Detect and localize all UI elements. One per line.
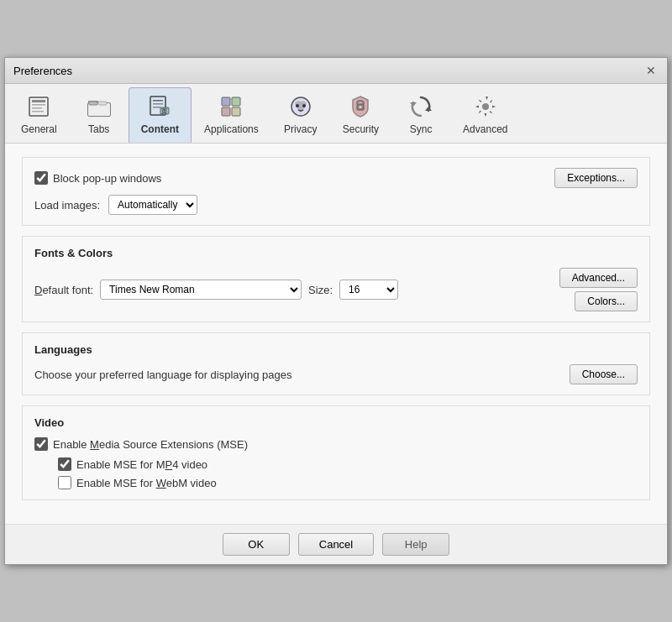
toolbar: General Tabs	[5, 84, 667, 144]
mp4-checkbox[interactable]	[58, 457, 71, 471]
svg-point-22	[302, 104, 306, 107]
tab-tabs[interactable]: Tabs	[70, 87, 129, 143]
fonts-colors-section: Fonts & Colors Default font: Times New R…	[22, 236, 650, 322]
mse-label[interactable]: Enable Media Source Extensions (MSE)	[34, 437, 638, 451]
svg-rect-8	[89, 102, 97, 105]
svg-rect-13	[153, 107, 160, 108]
languages-row: Choose your preferred language for displ…	[34, 364, 638, 384]
sync-icon	[407, 93, 434, 120]
fonts-colors-title: Fonts & Colors	[34, 247, 638, 259]
footer: OK Cancel Help	[5, 524, 667, 564]
languages-title: Languages	[34, 343, 638, 356]
mse-row: Enable Media Source Extensions (MSE)	[34, 437, 638, 451]
mse-text: Enable Media Source Extensions (MSE)	[53, 438, 248, 451]
svg-rect-19	[232, 107, 240, 116]
block-popup-label[interactable]: Block pop-up windows	[34, 171, 548, 185]
webm-text: Enable MSE for WebM video	[76, 477, 217, 489]
svg-rect-2	[32, 104, 45, 106]
font-select[interactable]: Times New Roman Arial Helvetica Verdana	[100, 280, 302, 300]
advanced-icon	[472, 93, 499, 120]
tab-sync[interactable]: Sync	[391, 87, 450, 143]
close-button[interactable]: ✕	[643, 63, 659, 78]
svg-marker-25	[425, 107, 432, 111]
block-popup-checkbox[interactable]	[34, 171, 48, 185]
tabs-icon	[86, 93, 113, 120]
default-font-label-rest: efault font:	[42, 284, 93, 296]
tab-advanced-label: Advanced	[463, 123, 507, 135]
tab-applications[interactable]: Applications	[192, 87, 271, 143]
colors-button[interactable]: Colors...	[575, 291, 638, 311]
size-select[interactable]: 8 9 10 11 12 14 16 18 20 24	[339, 280, 398, 300]
mp4-text: Enable MSE for MP4 video	[76, 458, 207, 471]
ok-button[interactable]: OK	[223, 533, 290, 556]
privacy-icon	[287, 93, 314, 120]
svg-rect-11	[153, 100, 163, 102]
window-title: Preferences	[13, 65, 72, 77]
svg-point-27	[482, 103, 489, 110]
applications-icon	[218, 93, 244, 120]
svg-rect-9	[98, 102, 107, 105]
svg-rect-16	[222, 97, 230, 106]
svg-rect-12	[153, 103, 163, 105]
default-font-label: Default font:	[34, 284, 93, 296]
content-icon: 页	[146, 93, 173, 120]
choose-button[interactable]: Choose...	[570, 364, 638, 384]
preferences-window: Preferences ✕ General	[4, 57, 668, 565]
svg-rect-18	[222, 107, 230, 116]
tab-tabs-label: Tabs	[88, 123, 109, 135]
svg-rect-3	[32, 107, 42, 109]
video-title: Video	[34, 416, 638, 429]
load-images-select[interactable]: Automatically Always Never	[108, 195, 197, 215]
general-icon	[25, 93, 52, 120]
size-label: Size:	[308, 284, 333, 296]
languages-section: Languages Choose your preferred language…	[22, 332, 650, 395]
tab-advanced[interactable]: Advanced	[450, 87, 520, 143]
font-button-group: Advanced... Colors...	[559, 268, 638, 311]
cancel-button[interactable]: Cancel	[298, 533, 374, 556]
block-popup-text: Block pop-up windows	[53, 172, 161, 185]
exceptions-button[interactable]: Exceptions...	[554, 168, 638, 188]
popup-images-section: Block pop-up windows Exceptions... Load …	[22, 157, 650, 226]
tab-general[interactable]: General	[8, 87, 70, 143]
block-popup-row: Block pop-up windows Exceptions...	[34, 168, 638, 188]
svg-rect-17	[232, 97, 240, 106]
load-images-label: Load images:	[34, 199, 100, 212]
tab-security-label: Security	[343, 123, 379, 135]
font-advanced-button[interactable]: Advanced...	[559, 268, 638, 288]
load-images-row: Load images: Automatically Always Never	[34, 195, 638, 215]
video-section: Video Enable Media Source Extensions (MS…	[22, 405, 650, 500]
mp4-row: Enable MSE for MP4 video	[58, 457, 638, 471]
svg-point-24	[360, 106, 362, 108]
content-area: Block pop-up windows Exceptions... Load …	[5, 144, 667, 524]
languages-description: Choose your preferred language for displ…	[34, 368, 570, 381]
webm-row: Enable MSE for WebM video	[58, 476, 638, 489]
mse-checkbox[interactable]	[34, 437, 48, 451]
tab-privacy-label: Privacy	[284, 123, 317, 135]
fonts-row: Default font: Times New Roman Arial Helv…	[34, 268, 638, 311]
tab-security[interactable]: Security	[330, 87, 391, 143]
svg-rect-1	[32, 100, 45, 102]
svg-rect-4	[32, 111, 44, 112]
help-button[interactable]: Help	[382, 533, 449, 556]
default-font-label-text: D	[34, 284, 42, 296]
tab-content-label: Content	[141, 123, 179, 135]
security-icon	[347, 93, 374, 120]
svg-marker-26	[410, 102, 417, 107]
tab-content[interactable]: 页 Content	[129, 87, 192, 143]
tab-sync-label: Sync	[410, 123, 433, 135]
tab-general-label: General	[21, 123, 57, 135]
svg-text:页: 页	[160, 108, 168, 115]
webm-checkbox[interactable]	[58, 476, 71, 489]
titlebar: Preferences ✕	[5, 58, 667, 84]
tab-applications-label: Applications	[204, 123, 259, 135]
tab-privacy[interactable]: Privacy	[271, 87, 330, 143]
svg-point-21	[296, 104, 299, 107]
